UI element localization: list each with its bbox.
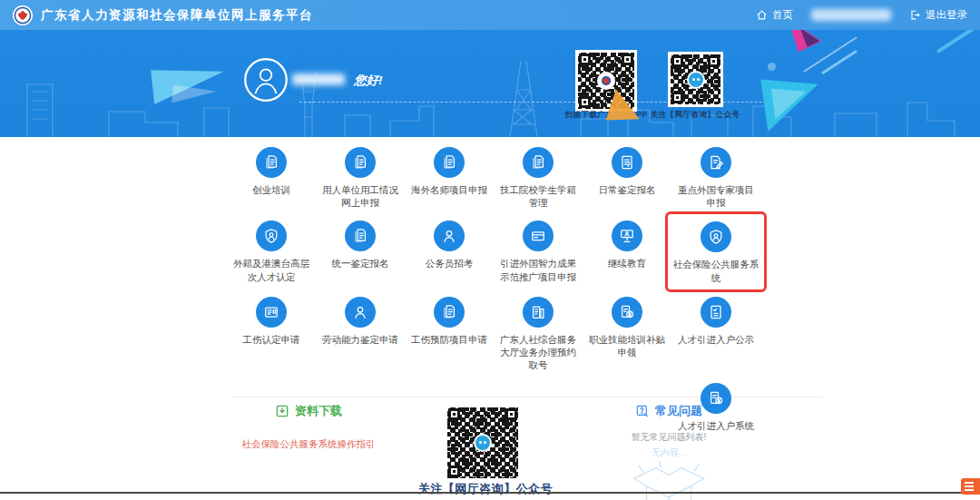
faq-empty-hint: 无内容... [610,446,728,459]
building-ticket-icon [523,297,554,328]
chat-logo-icon [689,73,703,87]
notice-icon [701,297,731,328]
service-item-labor-capacity-appraisal[interactable]: 劳动能力鉴定申请 [316,295,405,372]
service-item-work-injury-prevention[interactable]: 工伤预防项目申请 [405,295,494,372]
faq-empty-text: 暂无常见问题列表! [610,431,728,444]
service-item-talent-household-system[interactable]: 人才引进入户系统 [671,381,760,432]
header-nav: 首页 退出登录 [756,0,967,30]
nav-logout-label: 退出登录 [926,8,967,22]
service-label: 人才引进入户公示 [678,333,754,346]
service-label: 职业技能培训补贴申领 [584,333,670,358]
app-header: 广东省人力资源和社会保障单位网上服务平台 首页 退出登录 [0,0,980,30]
greeting-text: 您好! [354,73,383,89]
service-item-entrepreneurship-training[interactable]: 创业培训 [227,145,316,209]
id-card-icon [256,297,287,328]
service-item-talent-household-publicity[interactable]: 人才引进入户公示 [671,295,760,372]
chat-logo-icon [475,436,490,450]
paper-plane-facet [172,84,216,105]
wechat-account-qr-code [671,54,720,104]
user-name-redacted [292,74,345,85]
service-item-high-level-talent-recognition[interactable]: 外籍及港澳台高层次人才认定 [227,219,316,284]
subsidy-icon [701,383,731,414]
service-label: 工伤预防项目申请 [411,333,487,346]
service-item-employer-online-declaration[interactable]: 用人单位用工情况网上申报 [316,145,405,209]
nav-logout[interactable]: 退出登录 [909,8,967,22]
home-icon [756,9,768,21]
streak-decoration [936,30,980,54]
floating-widget-icon[interactable] [961,478,980,495]
logout-icon [909,9,921,21]
service-label: 用人单位用工情况网上申报 [318,183,403,209]
username-redacted [811,9,891,21]
footer-qr-caption: 关注【网厅咨询】公众号 [399,481,572,497]
hrss-emblem-icon [599,74,613,88]
service-item-training-subsidy[interactable]: 职业技能培训补贴申领 [583,295,671,372]
service-label: 广东人社综合服务大厅业务办理预约取号 [495,333,581,372]
service-label: 劳动能力鉴定申请 [322,333,398,346]
wechat-qr-caption: 关注【网厅咨询】公众号 [636,110,754,121]
service-label: 人才引进入户系统 [678,419,754,432]
person-icon [345,297,376,328]
service-item-civil-servant-recruitment[interactable]: 公务员招考 [405,219,494,284]
page-title: 广东省人力资源和社会保障单位网上服务平台 [41,7,313,24]
service-item-daily-appraisal-registration[interactable]: 日常鉴定报名 [583,145,671,209]
download-link-social-insurance-guide[interactable]: 社会保险公共服务系统操作指引 [231,438,386,451]
nav-home[interactable]: 首页 [756,8,793,22]
shield-person-icon [256,221,287,251]
service-label: 工伤认定申请 [243,333,300,346]
document-icon [256,147,287,178]
service-label: 统一鉴定报名 [332,257,389,270]
service-item-foreign-intelligence-project[interactable]: 引进外国智力成果示范推广项目申报 [494,219,583,284]
document-edit-icon [701,147,731,178]
services-grid: 创业培训 用人单位用工情况网上申报 海外名师项目申报 技工院校学生学籍管理 日常… [227,145,764,432]
service-label: 海外名师项目申报 [411,183,487,196]
service-label: 技工院校学生学籍管理 [495,183,581,209]
service-label: 社会保险公共服务系统 [671,258,760,283]
service-item-unified-appraisal-registration[interactable]: 统一鉴定报名 [316,219,405,284]
user-avatar [243,57,289,103]
hrss-logo-icon [12,5,34,26]
form-icon [612,147,642,178]
document-icon [523,147,554,178]
document-icon [345,147,376,178]
banner: 您好! 扫描下载广东人社APP 关注【网厅咨询】公众号 [0,30,980,137]
service-label: 公务员招考 [426,257,474,270]
service-label: 引进外国智力成果示范推广项目申报 [495,257,581,282]
city-skyline-decoration [0,57,980,137]
service-item-key-foreign-expert-project[interactable]: 重点外国专家项目申报 [671,145,760,209]
service-label: 外籍及港澳台高层次人才认定 [229,257,314,282]
document-icon [345,221,376,251]
dot-decoration [768,63,776,71]
person-icon [434,221,465,251]
service-item-technical-college-student-registry[interactable]: 技工院校学生学籍管理 [494,145,583,209]
bottom-window-edge [0,492,980,494]
service-item-work-injury-recognition[interactable]: 工伤认定申请 [227,295,316,372]
cyan-triangle-facet [771,84,809,120]
shield-person-icon [701,221,731,252]
document-icon [434,147,465,178]
card-icon [523,221,554,251]
document-icon [434,297,465,328]
service-label: 继续教育 [608,257,646,270]
subsidy-icon [612,297,642,328]
nav-home-label: 首页 [772,8,793,22]
service-label: 重点外国专家项目申报 [673,183,759,209]
presentation-icon [612,221,642,251]
service-item-continuing-education[interactable]: 继续教育 [583,219,671,284]
page: 广东省人力资源和社会保障单位网上服务平台 首页 退出登录 [0,0,980,500]
service-label: 创业培训 [252,183,290,196]
empty-box-illustration [622,459,716,500]
service-item-social-insurance-public-service[interactable]: 社会保险公共服务系统 [665,211,767,291]
service-label: 日常鉴定报名 [599,183,656,196]
service-item-service-hall-appointment[interactable]: 广东人社综合服务大厅业务办理预约取号 [494,295,583,372]
service-item-overseas-teacher-project[interactable]: 海外名师项目申报 [405,145,494,209]
